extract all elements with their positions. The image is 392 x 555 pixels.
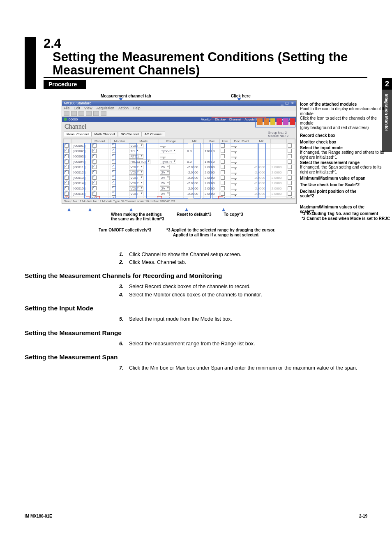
grid-cell[interactable] [286,197,295,199]
toolbar-icon[interactable] [86,111,92,116]
co-measrange-l: If changed, the Span setting and others … [300,165,381,174]
grid-cell[interactable]: 2.0000 [270,186,286,191]
tab-ao-channel[interactable]: AO Channel [142,132,166,136]
menu-file[interactable]: File [64,106,70,110]
grid-cell[interactable] [286,159,295,164]
tab-math-channel[interactable]: Math Channel [92,132,118,136]
step-num: 5. [119,315,125,323]
grid-cell[interactable] [286,164,295,170]
co-inputmode-t: Select the input mode [300,146,343,150]
status-dot-icon [64,118,67,121]
grid-col: Dec. Point [230,139,253,143]
grid-col [108,139,111,143]
sub-h3: Setting the Measurement Range [25,329,367,337]
grid-cell[interactable] [270,154,286,159]
toolbar-icon[interactable] [71,111,77,116]
window-title: MX100 Standard [64,101,92,105]
step-num: 4. [119,291,125,299]
arrow-up-icon [67,208,71,211]
window-controls-icon[interactable]: ▁ ▢ ✕ [281,101,295,105]
tab-do-channel[interactable]: DO Channel [118,132,142,136]
toolbar-icon[interactable] [93,111,99,116]
grid-col [270,139,286,143]
grid-cell[interactable] [286,154,295,159]
grid-cell[interactable] [286,175,295,180]
menu-acquisition[interactable]: Acquisition [96,106,114,110]
section-number: 2.4 [44,37,61,51]
grid-cell[interactable] [286,148,295,154]
grid-col [71,139,91,143]
grid-cell[interactable]: 2.0000 [270,164,286,170]
step-num: 6. [119,340,125,348]
step-3: Select Record check boxes of the channel… [129,283,251,291]
grid-cell[interactable]: 2.0000 [270,197,286,199]
step-num: 2. [119,259,125,266]
co-modules-l2: Click the icon to select the channels of… [300,116,377,125]
grid-col: Range [159,139,183,143]
status-bar-text: Group No.: 2 Module No.: 2 Module Type D… [63,199,175,203]
step-num: 7. [119,364,125,372]
co-decpt: Decimal point position of the scale*2 [300,189,356,199]
co-modules-title: Icon of the attached modules [300,102,357,106]
below-onoff: Turn ON/OFF collectively*3 [99,228,151,232]
step-4: Select the Monitor check boxes of the ch… [129,291,262,299]
footer-left: IM MX180-01E [25,514,52,518]
below-reset: Reset to default*3 [177,212,211,222]
step-7: Click the Min box or Max box under Span … [129,364,357,372]
sub-h2: Setting the Input Mode [25,305,367,312]
co-record: Record check box [300,133,335,138]
menu-edit[interactable]: Edit [74,106,81,110]
menu-help[interactable]: Help [133,106,141,110]
nav-monitor[interactable]: Monitor [201,118,212,121]
section-accent [25,37,36,89]
footer-right: 2-19 [359,514,367,518]
co-measrange-t: Select the measurement range [300,160,360,165]
fn3-b: Applied to all lines if a range is not s… [173,233,275,238]
sub-h4: Setting the Measurement Span [25,354,367,361]
grid-cell[interactable] [286,170,295,175]
below-same: When making the settings the same as the… [111,212,164,222]
grid-col: Max [203,139,219,143]
grid-cell[interactable] [270,148,286,154]
tab-meas-channel[interactable]: Meas. Channel [64,132,92,136]
grid-col [286,139,295,143]
status-bar: Group No.: 2 Module No.: 2 Module Type D… [63,199,295,204]
grid-cell[interactable] [286,180,295,186]
grid-cell[interactable]: 2.0000 [270,170,286,175]
grid-cell[interactable] [286,143,295,148]
chapter-tab-number: 2 [382,78,392,90]
step-5: Select the input mode from the Mode list… [129,315,232,323]
co-inputmode-l: If changed, the Range setting and others… [300,150,384,160]
grid-cell[interactable] [270,143,286,148]
toolbar-icon[interactable] [101,111,106,116]
grid-cell[interactable]: 2.0000 [270,180,286,186]
co-usescale: The Use check box for Scale*2 [300,183,360,187]
grid-cell[interactable] [286,186,295,191]
fn3-a: *3 Applied to the selected range by drag… [166,228,275,233]
screenshot: MX100 Standard ▁ ▢ ✕ File Edit View Acqu… [62,100,297,204]
co-span: Minimum/Maximum value of span [300,176,365,180]
arrow-up-icon [185,208,188,211]
section-title: Setting the Measurement Conditions (Sett… [53,51,367,77]
fig-label-right: Click here [231,94,251,98]
step-num: 1. [119,251,125,259]
arrow-up-icon [88,208,92,211]
toolbar-icon[interactable] [78,111,84,116]
grid-cell[interactable] [270,159,286,164]
step-1: Click Channel to show the Channel setup … [129,251,241,259]
grid-cell[interactable] [286,191,295,197]
toolbar-icon[interactable] [64,111,69,116]
legend-1: *1 Excluding Tag No. and Tag comment [302,211,390,217]
grid-cell[interactable]: 2.0000 [270,191,286,197]
step-6: Select the measurement range from the Ra… [129,340,255,348]
sub-h1: Setting the Measurement Channels for Rec… [25,272,367,280]
grid-col [183,139,186,143]
arrow-up-icon [129,208,133,211]
menu-action[interactable]: Action [118,106,129,110]
page-footer: IM MX180-01E 2-19 [25,512,367,518]
nav-app-id: 00000 [69,118,78,121]
grid-col: Min [253,139,271,143]
section-header: 2.4 Setting the Measurement Conditions (… [25,37,367,89]
grid-cell[interactable]: 2.0000 [270,175,286,180]
menu-view[interactable]: View [84,106,92,110]
